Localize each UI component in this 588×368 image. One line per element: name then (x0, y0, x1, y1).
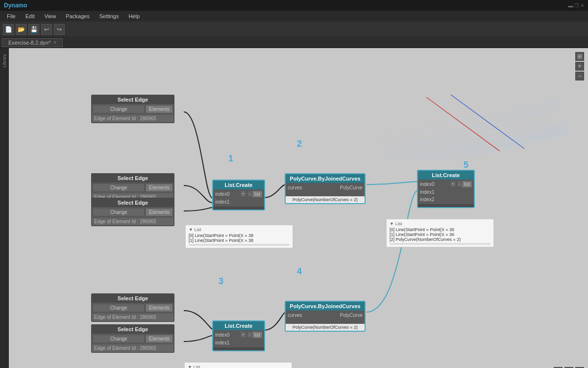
zoom-in-button[interactable]: + (575, 62, 584, 71)
list-create-3-minus[interactable]: - (457, 181, 462, 187)
select-edge-4-header: Select Edge (92, 294, 174, 303)
window-controls: ▬ ❐ ✕ (568, 3, 584, 8)
preview-2-line1: [0] Line(StartPoint = Point(X = 36 (390, 227, 490, 232)
svg-line-15 (426, 97, 500, 151)
step-2-label: 2 (297, 139, 302, 149)
canvas[interactable]: ⊞ + − 1 2 3 4 5 Select Edge Change Eleme… (9, 48, 588, 368)
polycurve-node-1: PolyCurve.ByJoinedCurves curves PolyCurv… (285, 173, 366, 204)
select-edge-2-elements: Elements (146, 184, 173, 192)
list-create-2-plus[interactable]: + (240, 331, 246, 338)
list-create-node-2: List.Create index0 + - list index1 (212, 320, 265, 351)
select-edge-1-change[interactable]: Change (93, 105, 145, 113)
step-4-label: 4 (297, 266, 302, 277)
polycurve-2-header: PolyCurve.ByJoinedCurves (286, 302, 365, 311)
svg-line-13 (456, 130, 568, 158)
zoom-fit-button[interactable]: ⊞ (575, 52, 584, 61)
toolbar: 📄 📂 💾 ↩ ↪ (0, 22, 588, 37)
preview-1-title: ▼ List (189, 227, 290, 232)
viewport-3d (363, 58, 568, 166)
polycurve-1-header: PolyCurve.ByJoinedCurves (286, 174, 365, 183)
svg-line-1 (392, 100, 568, 158)
list-create-3-index0: index0 (420, 182, 450, 187)
svg-line-12 (446, 129, 568, 158)
select-edge-4-change[interactable]: Change (93, 304, 145, 312)
list-create-3-index1: index1 (420, 189, 472, 195)
menu-settings[interactable]: Settings (95, 12, 124, 20)
select-edge-3-id: Edge of Element Id : 286965 (92, 218, 173, 225)
preview-list-1: ▼ List [0] Line(StartPoint = Point(X = 3… (185, 225, 293, 248)
list-create-1-plus[interactable]: + (240, 190, 246, 197)
select-edge-node-1: Select Edge Change Elements Edge of Elem… (91, 95, 174, 123)
select-edge-3-change[interactable]: Change (93, 208, 145, 216)
tab-label: Exercise-8.2.dyn* (8, 40, 50, 46)
zoom-out-button[interactable]: − (575, 72, 584, 80)
svg-line-9 (416, 126, 568, 158)
menu-file[interactable]: File (2, 12, 21, 20)
tab-bar: Exercise-8.2.dyn* × (0, 37, 588, 48)
step-5-label: 5 (464, 160, 468, 170)
tab-close[interactable]: × (53, 40, 56, 45)
menu-bar: File Edit View Packages Settings Help (0, 11, 588, 22)
select-edge-2-change[interactable]: Change (93, 184, 145, 192)
list-create-1-header: List.Create (213, 181, 264, 189)
polycurve-node-2: PolyCurve.ByJoinedCurves curves PolyCurv… (285, 301, 366, 332)
main-layout: Library (0, 48, 588, 368)
select-edge-5-change[interactable]: Change (93, 335, 145, 343)
select-edge-node-3: Select Edge Change Elements Edge of Elem… (91, 198, 174, 226)
polycurve-1-curves: curves (288, 184, 302, 191)
svg-line-8 (407, 124, 568, 158)
list-create-3-header: List.Create (418, 171, 474, 180)
save-button[interactable]: 💾 (28, 24, 39, 35)
tab-exercise[interactable]: Exercise-8.2.dyn* × (2, 38, 63, 47)
preview-2-title: ▼ List (390, 221, 490, 226)
svg-line-4 (377, 109, 559, 144)
list-create-2-minus[interactable]: - (247, 331, 252, 338)
new-button[interactable]: 📄 (3, 24, 14, 35)
viewport-svg (363, 58, 568, 166)
polycurve-2-footer: PolyCurve(NumberOfCurves = 2) (286, 324, 365, 331)
svg-line-10 (426, 127, 568, 158)
select-edge-4-id: Edge of Element Id : 286965 (92, 314, 173, 321)
list-create-1-index0: index0 (215, 191, 240, 197)
step-1-label: 1 (228, 154, 233, 164)
step-3-label: 3 (219, 276, 223, 287)
list-create-3-index2: index2 (420, 197, 472, 202)
list-create-1-minus[interactable]: - (247, 190, 252, 197)
app-logo: Dynamo (4, 2, 27, 9)
list-create-3-plus[interactable]: + (450, 181, 456, 187)
sidebar-label: Library (2, 54, 7, 68)
preview-1-line1: [0] Line(StartPoint = Point(X = 38 (189, 233, 290, 238)
menu-packages[interactable]: Packages (61, 12, 94, 20)
redo-button[interactable]: ↪ (54, 24, 65, 35)
open-button[interactable]: 📂 (16, 24, 26, 35)
select-edge-3-elements: Elements (146, 208, 173, 216)
menu-help[interactable]: Help (123, 12, 145, 20)
preview-list-2: ▼ List [0] Line(StartPoint = Point(X = 3… (386, 219, 494, 247)
preview-list-3: ▼ List [0] Line(StartPoint = Point(X = 3… (184, 362, 292, 368)
select-edge-4-elements: Elements (146, 304, 173, 312)
list-create-node-1: List.Create index0 + - list index1 (212, 180, 265, 210)
polycurve-2-polycurve: PolyCurve (340, 312, 363, 319)
polycurve-2-curves: curves (288, 312, 302, 319)
menu-edit[interactable]: Edit (21, 12, 40, 20)
preview-1-line2: [1] Line(StartPoint = Point(X = 38 (189, 238, 290, 243)
svg-line-6 (387, 122, 564, 156)
select-edge-1-elements: Elements (146, 105, 173, 113)
list-create-2-index1: index1 (215, 340, 262, 345)
select-edge-1-header: Select Edge (92, 95, 174, 104)
list-create-node-3: List.Create index0 + - list index1 index… (417, 170, 475, 208)
select-edge-1-id: Edge of Element Id : 286965 (92, 115, 173, 122)
svg-line-14 (466, 131, 568, 158)
svg-line-7 (397, 124, 568, 158)
list-create-3-list: list (462, 181, 472, 187)
select-edge-node-5: Select Edge Change Elements Edge of Elem… (91, 324, 174, 353)
select-edge-5-header: Select Edge (92, 325, 174, 334)
title-bar: Dynamo ▬ ❐ ✕ (0, 0, 588, 11)
polycurve-1-polycurve: PolyCurve (340, 184, 363, 191)
menu-view[interactable]: View (40, 12, 61, 20)
zoom-controls: ⊞ + − (575, 52, 584, 80)
list-create-1-index1: index1 (215, 199, 262, 205)
undo-button[interactable]: ↩ (41, 24, 52, 35)
list-create-1-list: list (252, 191, 262, 197)
svg-line-0 (382, 97, 564, 156)
